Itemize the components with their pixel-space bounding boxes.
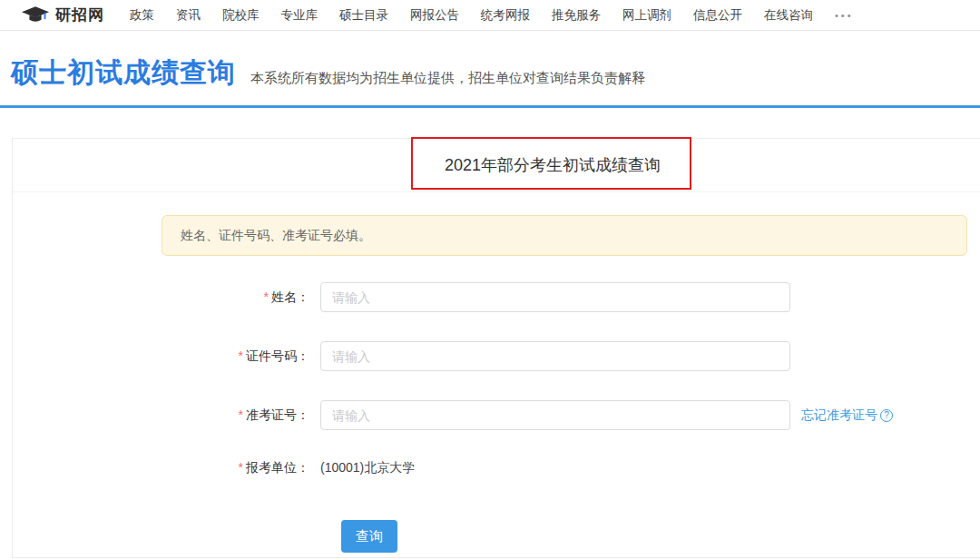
form-row-institution: *报考单位： (10001)北京大学 [13, 459, 415, 477]
forgot-ticket-link[interactable]: 忘记准考证号 ? [801, 407, 893, 424]
nav-item-news[interactable]: 资讯 [165, 7, 211, 24]
nav-item-major-library[interactable]: 专业库 [270, 7, 329, 24]
page-header: 硕士初试成绩查询 本系统所有数据均为招生单位提供，招生单位对查询结果负责解释 [0, 31, 980, 92]
nav-item-unified-exam-registration[interactable]: 统考网报 [470, 7, 541, 24]
more-menu-icon[interactable]: ••• [824, 10, 865, 21]
required-asterisk: * [239, 407, 243, 422]
required-asterisk: * [239, 348, 243, 363]
admission-ticket-input[interactable] [320, 400, 790, 430]
admission-ticket-label: *准考证号： [13, 407, 320, 424]
institution-value: (10001)北京大学 [320, 460, 415, 476]
id-number-label: *证件号码： [13, 348, 320, 365]
graduation-cap-icon [22, 5, 49, 25]
main-nav: 政策 资讯 院校库 专业库 硕士目录 网报公告 统考网报 推免服务 网上调剂 信… [119, 7, 865, 24]
form-row-id-number: *证件号码： [13, 341, 790, 371]
panel-title-row: 2021年部分考生初试成绩查询 [13, 139, 980, 192]
top-nav-bar: 研招网 政策 资讯 院校库 专业库 硕士目录 网报公告 统考网报 推免服务 网上… [0, 0, 980, 31]
page-subtitle: 本系统所有数据均为招生单位提供，招生单位对查询结果负责解释 [250, 70, 645, 92]
name-input[interactable] [320, 282, 790, 312]
required-asterisk: * [239, 460, 243, 475]
nav-item-online-announcement[interactable]: 网报公告 [399, 7, 470, 24]
id-number-input[interactable] [320, 341, 790, 371]
panel-title: 2021年部分考生初试成绩查询 [445, 154, 661, 176]
institution-label: *报考单位： [13, 460, 320, 476]
name-label: *姓名： [13, 289, 320, 306]
nav-item-policy[interactable]: 政策 [119, 7, 165, 24]
query-button[interactable]: 查询 [341, 520, 397, 553]
nav-item-college-library[interactable]: 院校库 [211, 7, 270, 24]
nav-item-info-disclosure[interactable]: 信息公开 [682, 7, 753, 24]
required-fields-notice: 姓名、证件号码、准考证号必填。 [162, 215, 967, 256]
site-logo[interactable]: 研招网 [22, 5, 104, 25]
site-logo-text: 研招网 [55, 5, 104, 25]
blue-divider [0, 105, 980, 108]
nav-item-exemption-service[interactable]: 推免服务 [541, 7, 612, 24]
form-row-name: *姓名： [13, 282, 790, 312]
help-question-icon[interactable]: ? [880, 409, 893, 422]
nav-item-online-adjustment[interactable]: 网上调剂 [612, 7, 682, 24]
form-row-admission-ticket: *准考证号： 忘记准考证号 ? [13, 400, 893, 430]
required-asterisk: * [264, 289, 269, 304]
nav-item-master-catalog[interactable]: 硕士目录 [328, 7, 399, 24]
page-title: 硕士初试成绩查询 [11, 54, 236, 92]
nav-item-online-consult[interactable]: 在线咨询 [753, 7, 824, 24]
notice-text: 姓名、证件号码、准考证号必填。 [181, 228, 371, 244]
score-query-panel: 2021年部分考生初试成绩查询 姓名、证件号码、准考证号必填。 *姓名： *证件… [12, 138, 980, 558]
